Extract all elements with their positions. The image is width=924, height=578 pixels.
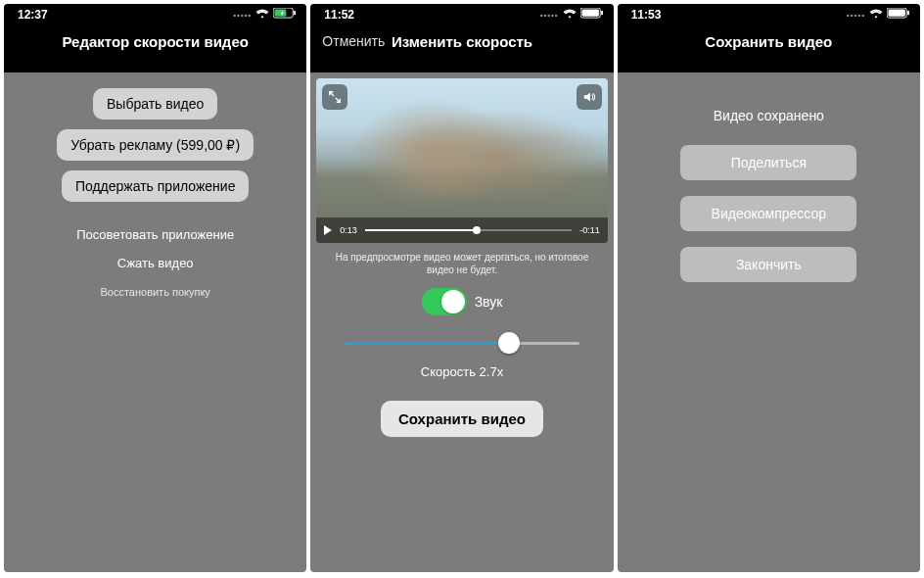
page-title: Сохранить видео xyxy=(705,33,832,50)
restore-purchase-link[interactable]: Восстановить покупку xyxy=(100,286,209,298)
svg-rect-7 xyxy=(907,11,909,16)
player-bar: 0:13 -0:11 xyxy=(316,217,607,243)
header: Редактор скорости видео xyxy=(4,22,306,61)
svg-rect-1 xyxy=(294,11,296,16)
time-elapsed: 0:13 xyxy=(340,225,357,235)
speed-slider[interactable] xyxy=(345,331,579,355)
preview-hint: На предпросмотре видео может дергаться, … xyxy=(310,243,613,278)
status-bar: 11:52 ••••• xyxy=(310,4,613,22)
svg-rect-8 xyxy=(888,9,904,16)
top-bar: 12:37 ••••• Редактор скорости видео xyxy=(4,4,306,72)
page-title: Редактор скорости видео xyxy=(62,33,248,50)
battery-icon xyxy=(887,8,910,22)
status-bar: 11:53 ••••• xyxy=(618,4,920,22)
signal-icon: ••••• xyxy=(540,11,559,20)
video-preview[interactable]: 0:13 -0:11 xyxy=(316,78,607,243)
share-button[interactable]: Поделиться xyxy=(680,145,856,180)
sound-toggle[interactable] xyxy=(422,288,467,315)
mute-icon[interactable] xyxy=(577,84,602,110)
wifi-icon xyxy=(869,8,883,22)
svg-rect-2 xyxy=(275,9,287,16)
recommend-link[interactable]: Посоветовать приложение xyxy=(76,227,234,242)
saved-message: Видео сохранено xyxy=(618,108,920,123)
top-bar: 11:52 ••••• Отменить Изменить скорость xyxy=(310,4,613,72)
signal-icon: ••••• xyxy=(233,11,252,20)
signal-icon: ••••• xyxy=(847,11,865,20)
sound-label: Звук xyxy=(475,294,503,310)
speed-label: Скорость 2.7x xyxy=(421,364,503,379)
header: Сохранить видео xyxy=(618,22,920,61)
screen-home: 12:37 ••••• Редактор скорости видео Выбр… xyxy=(4,4,306,572)
time-remaining: -0:11 xyxy=(579,225,600,235)
svg-rect-4 xyxy=(601,11,603,16)
fullscreen-icon[interactable] xyxy=(322,84,347,110)
save-video-button[interactable]: Сохранить видео xyxy=(381,401,543,437)
compress-link[interactable]: Сжать видео xyxy=(117,256,194,270)
seek-track[interactable] xyxy=(365,229,572,231)
status-time: 12:37 xyxy=(18,8,48,22)
cancel-button[interactable]: Отменить xyxy=(322,33,385,49)
wifi-icon xyxy=(255,8,269,22)
status-bar: 12:37 ••••• xyxy=(4,4,306,22)
remove-ads-button[interactable]: Убрать рекламу (599,00 ₽) xyxy=(57,129,254,161)
wifi-icon xyxy=(563,8,577,22)
finish-button[interactable]: Закончить xyxy=(680,247,856,282)
header: Отменить Изменить скорость xyxy=(310,22,613,61)
battery-icon xyxy=(580,8,604,22)
support-app-button[interactable]: Поддержать приложение xyxy=(62,170,250,202)
screen-saved: 11:53 ••••• Сохранить видео Видео сохран… xyxy=(618,4,920,572)
battery-charging-icon xyxy=(273,8,297,22)
svg-rect-5 xyxy=(581,9,598,16)
top-bar: 11:53 ••••• Сохранить видео xyxy=(618,4,920,72)
screen-editor: 11:52 ••••• Отменить Изменить скорость xyxy=(310,4,613,572)
status-time: 11:52 xyxy=(324,8,354,22)
compressor-button[interactable]: Видеокомпрессор xyxy=(680,196,856,231)
page-title: Изменить скорость xyxy=(392,33,532,50)
play-icon[interactable] xyxy=(324,225,332,235)
select-video-button[interactable]: Выбрать видео xyxy=(93,88,217,120)
status-time: 11:53 xyxy=(631,8,662,22)
